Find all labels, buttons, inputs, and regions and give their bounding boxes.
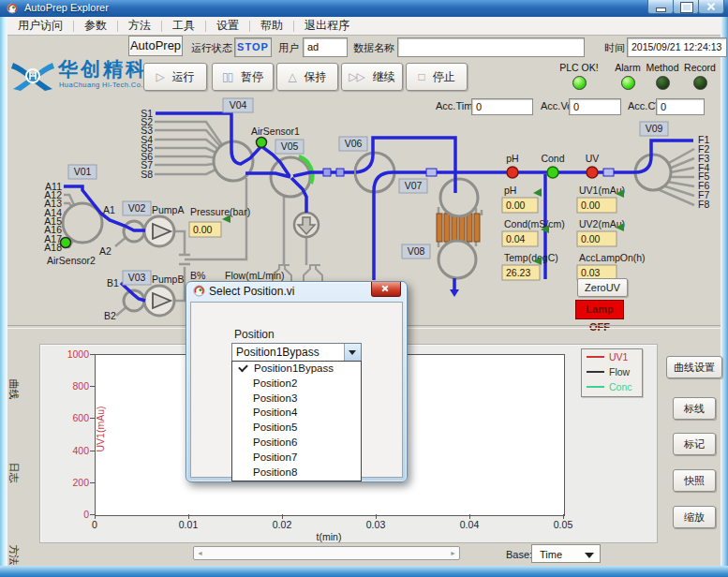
svg-text:S8: S8 <box>141 169 153 180</box>
valve-v04-body[interactable] <box>214 141 253 181</box>
valve-position-arc <box>299 156 313 184</box>
pause-icon: ▯▯ <box>222 70 232 83</box>
a-port-labels: A11A12 A13A14 A15A16 A17A18 <box>44 181 62 253</box>
dialog-close-icon[interactable] <box>371 282 401 297</box>
svg-text:A14: A14 <box>44 207 62 218</box>
valve-v03-body[interactable] <box>124 290 144 311</box>
pump-a[interactable] <box>144 216 174 246</box>
maximize-icon[interactable] <box>673 0 699 14</box>
ph-readout-value: 0.00 <box>506 200 526 211</box>
svg-text:A1: A1 <box>103 204 115 215</box>
position-dropdown[interactable]: Position1Bypass <box>231 343 362 362</box>
menu-exit[interactable]: 退出程序 <box>294 18 360 34</box>
led-plc: PLC OK! <box>557 62 601 92</box>
chart-scrollbar[interactable]: ◄ ► <box>193 546 460 560</box>
run-button-label: 运行 <box>172 69 195 85</box>
option-position2[interactable]: Position2 <box>232 377 361 392</box>
option-position3[interactable]: Position3 <box>232 392 361 407</box>
user-field[interactable]: ad <box>303 37 348 57</box>
acc-cv-value: 0 <box>656 98 705 115</box>
x-tick: 0.05 <box>544 519 582 530</box>
svg-text:A18: A18 <box>44 242 62 253</box>
valve-v08-body[interactable] <box>438 241 476 278</box>
pump-b[interactable] <box>144 286 174 316</box>
plc-led-icon <box>572 76 587 90</box>
valve-v06-body[interactable] <box>355 153 394 192</box>
lampon-readout-label: AccLampOn(h) <box>579 252 646 263</box>
uv1-readout-label: UV1(mAu) <box>579 185 625 196</box>
pause-button[interactable]: ▯▯ 暂停 <box>212 63 274 91</box>
valve-v01-body[interactable] <box>63 203 102 243</box>
menu-settings[interactable]: 设置 <box>206 18 249 34</box>
menu-help[interactable]: 帮助 <box>250 18 293 34</box>
side-tab-log[interactable]: 日志 <box>7 461 21 485</box>
snapshot-button[interactable]: 快照 <box>673 469 716 492</box>
dataname-field[interactable] <box>397 37 585 57</box>
app-name-badge: AutoPrep <box>128 36 183 56</box>
marker-line-button[interactable]: 标线 <box>673 397 716 420</box>
option-position6[interactable]: Position6 <box>232 436 361 451</box>
valve-v02-body[interactable] <box>124 221 144 242</box>
side-tab-method[interactable]: 方法 <box>7 543 21 568</box>
waste-arrow-icon <box>450 289 459 297</box>
side-tab-curves[interactable]: 曲线 <box>7 377 21 402</box>
curve-settings-button[interactable]: 曲线设置 <box>666 356 722 378</box>
hold-button[interactable]: △ 保持 <box>276 63 338 91</box>
position-dropdown-value: Position1Bypass <box>236 344 319 362</box>
option-position1bypass[interactable]: Position1Bypass <box>232 362 361 377</box>
checkmark-icon <box>238 362 248 373</box>
zoom-button[interactable]: 缩放 <box>673 506 716 528</box>
svg-text:F1: F1 <box>698 134 709 145</box>
temp-readout-value: 26.23 <box>506 267 530 278</box>
svg-text:F5: F5 <box>698 170 709 182</box>
pump-a-label: PumpA <box>152 204 184 215</box>
close-icon[interactable] <box>698 0 724 14</box>
led-method: Method <box>642 62 683 92</box>
injection-port[interactable] <box>294 213 319 237</box>
menu-parameters[interactable]: 参数 <box>74 18 117 34</box>
pause-button-label: 暂停 <box>241 69 263 85</box>
zero-uv-button[interactable]: ZeroUV <box>577 278 628 297</box>
scroll-left-icon[interactable]: ◄ <box>197 547 203 559</box>
option-position8[interactable]: Position8 <box>232 466 361 481</box>
lamp-off-button[interactable]: Lamp OFF <box>575 300 624 319</box>
menu-tools[interactable]: 工具 <box>162 18 205 34</box>
chevron-down-icon <box>585 553 594 558</box>
valve-v07-body[interactable] <box>440 179 478 216</box>
scroll-right-icon[interactable]: ► <box>450 547 456 559</box>
run-button[interactable]: ▷ 运行 <box>143 63 207 91</box>
option-position4[interactable]: Position4 <box>232 406 361 421</box>
window-title: AutoPrep Explorer <box>24 2 109 13</box>
air-sensor2-label: AirSensor2 <box>47 255 96 266</box>
x-tick: 0 <box>76 519 113 530</box>
run-status-value: STOP <box>234 37 272 57</box>
svg-text:F6: F6 <box>698 180 709 191</box>
svg-text:S4: S4 <box>141 134 153 145</box>
pump-b-label: PumpB <box>152 274 184 285</box>
lampon-readout-value: 0.03 <box>581 267 601 278</box>
tubing <box>64 113 693 301</box>
resume-button[interactable]: ▷▷ 继续 <box>341 63 403 91</box>
mark-button[interactable]: 标记 <box>673 433 716 455</box>
minimize-icon[interactable] <box>647 0 674 14</box>
legend-uv1: UV1 <box>609 351 628 362</box>
x-axis-label: t(min) <box>282 531 376 542</box>
dropdown-button[interactable] <box>344 344 361 362</box>
base-dropdown[interactable]: Time <box>531 544 601 563</box>
brand-name: 华创精科 <box>58 56 148 82</box>
valve-v09-body[interactable] <box>635 155 671 190</box>
menu-user-access[interactable]: 用户访问 <box>7 18 73 34</box>
cond-readout-value: 0.04 <box>506 233 526 244</box>
x-tick: 0.04 <box>451 519 488 530</box>
time-field: 2015/09/21 12:24:13 <box>627 37 727 57</box>
play-icon: ▷ <box>156 70 163 83</box>
valve-v05-body[interactable] <box>271 157 310 197</box>
option-position5[interactable]: Position5 <box>232 421 361 436</box>
cond-sensor-icon <box>547 167 558 178</box>
uv-sensor-icon <box>587 167 598 178</box>
stop-button[interactable]: □ 停止 <box>406 63 468 91</box>
pressure-label: Pressure(bar) <box>190 206 250 217</box>
hold-icon: △ <box>288 70 295 83</box>
option-position7[interactable]: Position7 <box>232 451 361 466</box>
menu-method[interactable]: 方法 <box>118 18 161 34</box>
